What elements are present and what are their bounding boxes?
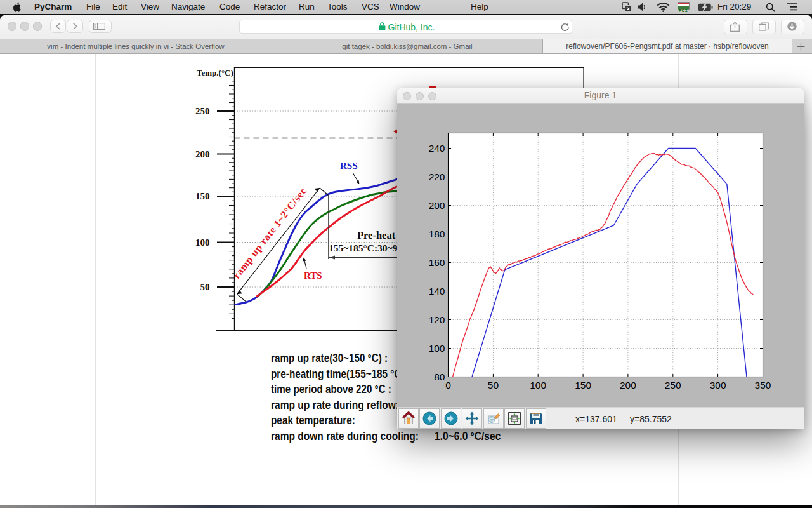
svg-text:100: 100 [429, 343, 445, 354]
svg-text:180: 180 [429, 229, 445, 239]
svg-text:150: 150 [575, 380, 591, 391]
svg-text:RTS: RTS [304, 271, 322, 281]
svg-text:RSS: RSS [340, 161, 358, 171]
svg-text:200: 200 [620, 380, 636, 391]
svg-text:150: 150 [195, 191, 210, 201]
svg-text:100: 100 [530, 380, 546, 391]
svg-text:140: 140 [429, 286, 445, 297]
svg-text:120: 120 [429, 314, 445, 325]
svg-text:300: 300 [710, 380, 726, 391]
svg-text:250: 250 [195, 106, 210, 116]
svg-text:100: 100 [195, 237, 210, 248]
svg-text:200: 200 [429, 200, 445, 211]
svg-text:160: 160 [429, 257, 445, 268]
svg-text:Pre-heat: Pre-heat [357, 229, 396, 241]
svg-text:50: 50 [200, 282, 210, 292]
svg-text:Temp.(°C): Temp.(°C) [197, 68, 233, 77]
svg-text:240: 240 [429, 143, 445, 154]
svg-text:80: 80 [434, 371, 445, 382]
svg-text:350: 350 [755, 380, 771, 391]
svg-text:220: 220 [429, 171, 445, 182]
svg-text:50: 50 [488, 380, 499, 391]
svg-text:ramp up rate 1~2°C/sec: ramp up rate 1~2°C/sec [231, 185, 309, 281]
svg-text:250: 250 [665, 380, 681, 391]
svg-text:0: 0 [445, 380, 451, 391]
svg-text:200: 200 [195, 149, 210, 159]
